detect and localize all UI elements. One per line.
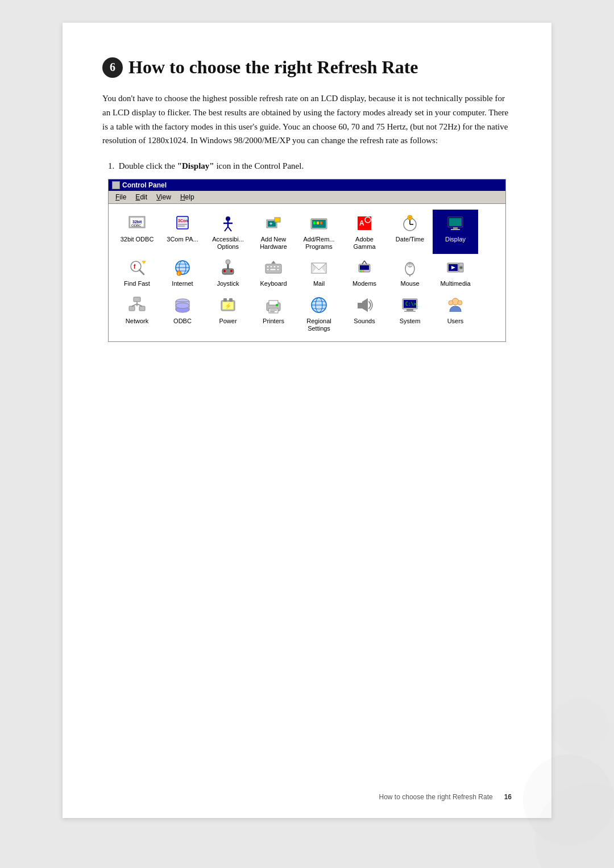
- svg-point-98: [276, 304, 278, 306]
- icon-internet[interactable]: i Internet: [160, 254, 205, 291]
- menu-file[interactable]: File: [111, 192, 131, 202]
- icon-odbc[interactable]: ODBC: [160, 291, 205, 336]
- svg-point-114: [569, 720, 614, 788]
- control-panel-window: Control Panel File Edit View Help 32bit …: [108, 179, 506, 342]
- page-title: 6 How to choose the right Refresh Rate: [102, 57, 512, 78]
- icon-printers[interactable]: Printers: [251, 291, 296, 336]
- icon-3com[interactable]: 3Com 3Com PA...: [160, 210, 205, 254]
- svg-rect-107: [406, 309, 413, 311]
- step1-text: Double click the: [119, 161, 177, 170]
- body-paragraph: You don't have to choose the highest pos…: [102, 91, 512, 148]
- icon-mouse[interactable]: Mouse: [387, 254, 433, 291]
- icon-multimedia[interactable]: Multimedia: [433, 254, 478, 291]
- icon-modems-image: [354, 257, 375, 278]
- svg-point-87: [176, 303, 189, 308]
- footer-page-number: 16: [504, 793, 512, 801]
- icon-addrem[interactable]: Add/Rem... Programs: [296, 210, 342, 254]
- icon-system[interactable]: C:\>_ System: [387, 291, 433, 336]
- icon-keyboard[interactable]: Keyboard: [251, 254, 296, 291]
- svg-rect-33: [451, 229, 460, 230]
- menu-view[interactable]: View: [152, 192, 176, 202]
- icon-joystick-label: Joystick: [217, 280, 239, 287]
- icon-keyboard-label: Keyboard: [260, 280, 287, 287]
- svg-rect-54: [277, 266, 279, 268]
- icon-addnew[interactable]: + Add New Hardware: [251, 210, 296, 254]
- svg-rect-57: [277, 269, 279, 270]
- icon-mail[interactable]: Mail: [296, 254, 342, 291]
- svg-line-12: [228, 227, 231, 231]
- icon-network-image: [127, 295, 147, 315]
- icon-system-image: C:\>_: [400, 295, 420, 315]
- svg-point-49: [230, 270, 233, 272]
- footer-title: How to choose the right Refresh Rate: [379, 793, 493, 801]
- icon-findfast-image: f: [127, 257, 147, 278]
- svg-text:C:\>_: C:\>_: [405, 302, 419, 307]
- chapter-number-icon: 6: [102, 57, 123, 78]
- icon-network-label: Network: [126, 318, 148, 325]
- svg-rect-95: [269, 308, 278, 313]
- icon-power[interactable]: ⚡ Power: [205, 291, 251, 336]
- svg-text:+: +: [269, 221, 272, 227]
- window-titlebar: Control Panel: [109, 180, 505, 191]
- icon-mail-image: [309, 257, 329, 278]
- icon-power-label: Power: [219, 318, 237, 325]
- icon-users[interactable]: Users: [433, 291, 478, 336]
- svg-rect-96: [270, 310, 277, 311]
- svg-line-67: [364, 261, 367, 264]
- svg-rect-91: [223, 298, 227, 302]
- menu-help[interactable]: Help: [176, 192, 199, 202]
- step1-after: icon in the Control Panel.: [214, 161, 304, 170]
- svg-point-110: [449, 301, 453, 305]
- svg-rect-6: [178, 224, 187, 225]
- svg-rect-16: [275, 218, 280, 222]
- icon-mouse-image: [400, 257, 420, 278]
- icon-internet-image: i: [172, 257, 193, 278]
- icon-sounds-label: Sounds: [354, 318, 375, 325]
- icon-multimedia-label: Multimedia: [440, 280, 470, 287]
- icon-odbc-label: ODBC: [173, 318, 192, 325]
- icon-findfast[interactable]: f Find Fast: [114, 254, 160, 291]
- icon-mail-label: Mail: [313, 280, 325, 287]
- icon-joystick-image: [218, 257, 238, 278]
- svg-rect-51: [267, 266, 269, 268]
- icon-regional[interactable]: Regional Settings: [296, 291, 342, 336]
- icon-modems-label: Modems: [352, 280, 376, 287]
- icon-accessibility-image: [218, 213, 238, 233]
- titlebar-icon: [112, 181, 120, 189]
- svg-line-83: [137, 304, 142, 306]
- icon-addnew-label: Add New Hardware: [253, 236, 294, 251]
- step1-bold: "Display": [177, 161, 214, 170]
- svg-rect-97: [270, 311, 275, 312]
- svg-rect-21: [320, 222, 322, 224]
- svg-line-82: [132, 304, 137, 306]
- svg-point-111: [458, 301, 462, 305]
- svg-rect-19: [313, 222, 316, 224]
- icon-adobe-gamma[interactable]: A Adobe Gamma: [342, 210, 387, 254]
- icon-power-image: ⚡: [218, 295, 238, 315]
- icon-network[interactable]: Network: [114, 291, 160, 336]
- icon-32bit-odbc[interactable]: 32bit ODBC 32bit ODBC: [114, 210, 160, 254]
- step1-instruction: 1. Double click the "Display" icon in th…: [108, 161, 512, 171]
- svg-rect-7: [178, 226, 185, 227]
- icon-datetime[interactable]: Date/Time: [387, 210, 433, 254]
- svg-point-77: [460, 267, 462, 269]
- icon-modems[interactable]: Modems: [342, 254, 387, 291]
- icon-sounds[interactable]: Sounds: [342, 291, 387, 336]
- svg-point-8: [226, 216, 230, 221]
- svg-rect-53: [273, 266, 276, 268]
- svg-rect-79: [129, 306, 135, 311]
- icon-sounds-image: [354, 295, 375, 315]
- icon-regional-image: [309, 295, 329, 315]
- icon-joystick[interactable]: Joystick: [205, 254, 251, 291]
- svg-text:⚡: ⚡: [225, 302, 232, 310]
- icon-display[interactable]: Display: [433, 210, 478, 254]
- svg-text:3Com: 3Com: [178, 219, 189, 223]
- svg-rect-102: [358, 303, 362, 308]
- menu-edit[interactable]: Edit: [131, 192, 152, 202]
- svg-rect-63: [360, 265, 369, 270]
- icon-accessibility[interactable]: Accessibi... Options: [205, 210, 251, 254]
- svg-rect-78: [134, 297, 140, 302]
- icon-findfast-label: Find Fast: [124, 280, 150, 287]
- svg-rect-92: [229, 298, 233, 302]
- icon-mouse-label: Mouse: [400, 280, 419, 287]
